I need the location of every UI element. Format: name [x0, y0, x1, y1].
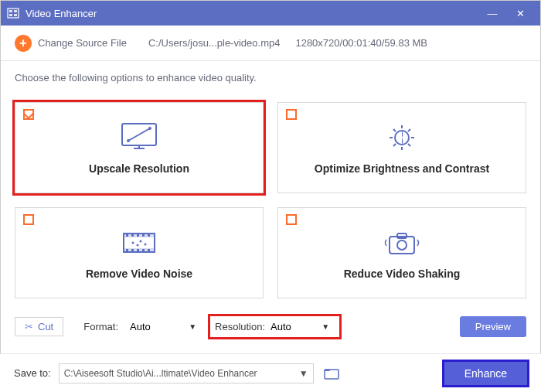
brightness-checkbox[interactable] — [286, 109, 297, 120]
svg-point-33 — [132, 242, 134, 244]
svg-point-34 — [140, 240, 142, 243]
svg-line-6 — [128, 128, 150, 141]
svg-point-7 — [127, 139, 130, 142]
content-area: Choose the following options to enhance … — [1, 61, 540, 347]
shaking-label: Reduce Video Shaking — [344, 268, 461, 280]
cut-label: Cut — [38, 321, 53, 332]
svg-rect-2 — [14, 10, 17, 12]
reduce-shaking-card[interactable]: Reduce Video Shaking — [277, 207, 526, 298]
enhance-button[interactable]: Enhance — [444, 362, 527, 385]
toolbar: + Change Source File C:/Users/josu...ple… — [1, 26, 540, 61]
remove-noise-card[interactable]: Remove Video Noise — [15, 207, 264, 298]
brightness-contrast-card[interactable]: Optimize Brightness and Contrast — [277, 102, 526, 193]
controls-row: ✂ Cut Format: Auto ▼ Resolution: Auto ▼ … — [15, 314, 526, 339]
shaking-checkbox[interactable] — [286, 214, 297, 225]
instruction-text: Choose the following options to enhance … — [15, 72, 526, 84]
svg-rect-29 — [131, 249, 134, 251]
titlebar: Video Enhancer — ✕ — [1, 1, 540, 26]
resolution-group: Resolution: Auto ▼ — [208, 314, 342, 339]
svg-line-19 — [408, 129, 410, 131]
change-source-button[interactable]: Change Source File — [38, 37, 127, 49]
svg-rect-27 — [148, 234, 150, 237]
save-to-label: Save to: — [14, 367, 51, 379]
resolution-value: Auto — [270, 321, 291, 332]
svg-rect-0 — [8, 9, 19, 18]
svg-line-17 — [408, 144, 410, 146]
minimize-button[interactable]: — — [478, 8, 506, 19]
filmstrip-icon — [117, 226, 161, 260]
add-icon[interactable]: + — [15, 35, 32, 52]
svg-rect-31 — [142, 249, 145, 251]
resolution-label: Resolution: — [215, 321, 265, 332]
format-label: Format: — [83, 321, 118, 332]
source-filepath: C:/Users/josu...ple-video.mp4 — [148, 37, 281, 49]
options-grid: Upscale Resolution Optimize Brightness a… — [15, 102, 526, 298]
source-fileinfo: 1280x720/00:01:40/59.83 MB — [295, 37, 427, 49]
save-path-value: C:\Aiseesoft Studio\Ai...ltimate\Video E… — [64, 368, 257, 379]
noise-checkbox[interactable] — [23, 214, 34, 225]
resolution-select[interactable]: Auto ▼ — [265, 318, 335, 336]
monitor-icon — [117, 121, 161, 155]
save-path-select[interactable]: C:\Aiseesoft Studio\Ai...ltimate\Video E… — [59, 363, 314, 383]
brightness-label: Optimize Brightness and Contrast — [315, 162, 489, 175]
svg-rect-30 — [137, 249, 139, 251]
app-icon — [7, 7, 19, 19]
format-value: Auto — [130, 321, 151, 332]
caret-down-icon: ▼ — [299, 368, 308, 379]
svg-point-8 — [148, 127, 151, 130]
svg-line-18 — [393, 144, 396, 146]
svg-rect-23 — [126, 234, 128, 237]
svg-rect-32 — [148, 249, 150, 251]
open-folder-button[interactable] — [322, 365, 342, 382]
svg-rect-26 — [142, 234, 145, 237]
camera-icon — [380, 226, 424, 260]
caret-down-icon: ▼ — [189, 322, 196, 331]
svg-point-39 — [397, 240, 407, 250]
window-title: Video Enhancer — [26, 8, 478, 19]
cut-button[interactable]: ✂ Cut — [15, 317, 63, 336]
svg-line-16 — [393, 129, 396, 131]
sun-icon — [380, 121, 424, 155]
svg-rect-28 — [126, 249, 128, 251]
upscale-resolution-card[interactable]: Upscale Resolution — [15, 102, 264, 193]
svg-rect-1 — [9, 10, 12, 12]
upscale-checkbox[interactable] — [23, 109, 34, 120]
svg-rect-3 — [9, 14, 12, 16]
noise-label: Remove Video Noise — [86, 268, 192, 280]
upscale-label: Upscale Resolution — [89, 162, 189, 175]
svg-rect-4 — [14, 14, 17, 16]
preview-button[interactable]: Preview — [460, 316, 526, 337]
svg-rect-25 — [137, 234, 139, 237]
svg-rect-24 — [131, 234, 134, 237]
svg-point-35 — [145, 244, 147, 246]
format-select[interactable]: Auto ▼ — [124, 318, 202, 336]
caret-down-icon: ▼ — [322, 322, 329, 331]
close-button[interactable]: ✕ — [506, 8, 534, 19]
scissors-icon: ✂ — [25, 321, 33, 332]
footer: Save to: C:\Aiseesoft Studio\Ai...ltimat… — [0, 353, 541, 392]
svg-rect-37 — [390, 237, 414, 254]
svg-point-36 — [137, 244, 139, 247]
